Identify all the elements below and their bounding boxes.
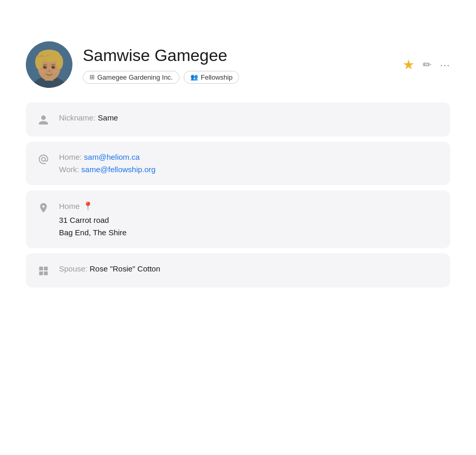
map-pin-icon[interactable]: 📍 — [83, 200, 93, 213]
address-line1: 31 Carrot road — [59, 214, 440, 226]
address-content: Home 📍 31 Carrot road Bag End, The Shire — [59, 200, 440, 239]
location-icon — [36, 201, 51, 215]
address-type-label: Home — [59, 200, 80, 213]
edit-button[interactable]: ✏ — [423, 58, 432, 71]
email-work-value[interactable]: same@fellowship.org — [81, 165, 156, 174]
action-buttons: ★ ✏ ··· — [403, 57, 450, 73]
company-label: Gamegee Gardening Inc. — [97, 73, 173, 81]
nickname-value: Same — [98, 113, 118, 122]
svg-point-6 — [35, 55, 42, 69]
contact-header: Samwise Gamegee ⊞ Gamegee Gardening Inc.… — [26, 41, 450, 88]
svg-point-14 — [53, 70, 58, 73]
email-home-label: Home: — [59, 153, 82, 161]
svg-point-12 — [48, 70, 51, 72]
person-icon — [36, 113, 51, 127]
nickname-label: Nickname: — [59, 113, 96, 122]
email-home-value[interactable]: sam@heliom.ca — [84, 153, 140, 161]
favorite-button[interactable]: ★ — [403, 57, 414, 73]
more-button[interactable]: ··· — [440, 59, 450, 71]
tags: ⊞ Gamegee Gardening Inc. 👥 Fellowship — [83, 71, 392, 84]
svg-point-11 — [54, 66, 55, 67]
spouse-row: Spouse: Rose "Rosie" Cotton — [26, 253, 450, 287]
group-tag[interactable]: 👥 Fellowship — [184, 71, 239, 84]
contact-card: Samwise Gamegee ⊞ Gamegee Gardening Inc.… — [26, 41, 450, 287]
email-work-line: Work: same@fellowship.org — [59, 163, 440, 176]
company-icon: ⊞ — [90, 73, 95, 81]
email-home-line: Home: sam@heliom.ca — [59, 151, 440, 163]
contact-name: Samwise Gamegee — [83, 46, 392, 65]
svg-point-10 — [46, 66, 47, 67]
group-icon: 👥 — [190, 73, 198, 81]
contact-fields: Nickname: Same Home: sam@heliom.ca Work:… — [26, 102, 450, 287]
svg-point-8 — [43, 66, 47, 69]
email-content: Home: sam@heliom.ca Work: same@fellowshi… — [59, 151, 440, 176]
address-label-row: Home 📍 — [59, 200, 440, 213]
at-icon — [36, 152, 51, 166]
spouse-content: Spouse: Rose "Rosie" Cotton — [59, 263, 440, 275]
group-label: Fellowship — [201, 73, 232, 81]
name-section: Samwise Gamegee ⊞ Gamegee Gardening Inc.… — [83, 46, 392, 83]
nickname-row: Nickname: Same — [26, 102, 450, 136]
avatar — [26, 41, 72, 88]
address-line2: Bag End, The Shire — [59, 226, 440, 239]
spouse-value: Rose "Rosie" Cotton — [90, 264, 160, 273]
company-tag[interactable]: ⊞ Gamegee Gardening Inc. — [83, 71, 180, 84]
email-work-label: Work: — [59, 165, 79, 174]
grid-icon — [36, 264, 51, 278]
svg-point-7 — [56, 55, 63, 69]
address-row: Home 📍 31 Carrot road Bag End, The Shire — [26, 190, 450, 248]
svg-point-9 — [52, 66, 55, 69]
email-row: Home: sam@heliom.ca Work: same@fellowshi… — [26, 142, 450, 185]
svg-point-13 — [40, 70, 45, 73]
spouse-label: Spouse: — [59, 264, 87, 273]
nickname-content: Nickname: Same — [59, 112, 440, 124]
